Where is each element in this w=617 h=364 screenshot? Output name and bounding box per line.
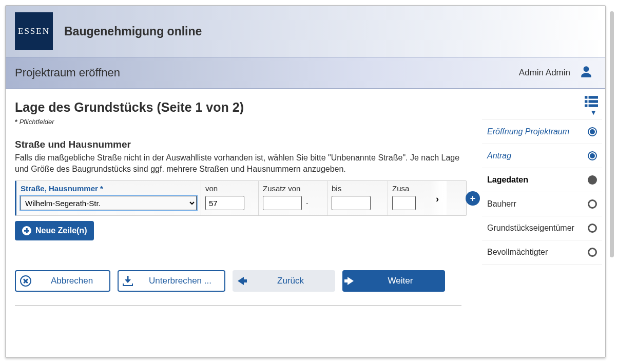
label-street: Straße, Hausnummer <box>21 184 197 193</box>
subheader-title: Projektraum eröffnen <box>15 66 120 79</box>
next-button[interactable]: Weiter <box>342 270 445 292</box>
pause-label: Unterbrechen ... <box>140 276 220 286</box>
bullseye-icon <box>588 151 597 160</box>
nav-item-eroeffnung[interactable]: Eröffnung Projektraum <box>482 120 602 144</box>
scroll-right-button[interactable]: › <box>432 193 442 204</box>
nav-label: Bauherr <box>487 199 516 209</box>
arrow-right-icon <box>348 277 354 285</box>
range-separator: - <box>305 199 310 210</box>
svg-rect-0 <box>585 96 587 98</box>
svg-rect-2 <box>585 100 587 103</box>
nav-label: Grundstückseigentümer <box>487 224 574 233</box>
chevron-right-icon: › <box>436 194 439 204</box>
main-content: Lage des Grundstücks (Seite 1 von 2) * P… <box>6 89 482 357</box>
dot-icon <box>588 175 597 185</box>
cancel-label: Abbrechen <box>38 276 105 286</box>
next-label: Weiter <box>361 276 440 286</box>
bullseye-icon <box>588 127 597 136</box>
label-zusatz-von: Zusatz von <box>263 184 323 193</box>
label-von: von <box>205 184 254 193</box>
street-select[interactable]: Wilhelm-Segerath-Str. <box>21 196 197 210</box>
input-zusatz-bis[interactable] <box>392 196 416 210</box>
nav-item-grundstueckseigentuemer[interactable]: Grundstückseigentümer <box>482 216 602 240</box>
nav-item-antrag[interactable]: Antrag <box>482 144 602 168</box>
divider <box>15 305 461 306</box>
arrow-left-icon <box>238 277 244 285</box>
add-row-icon-button[interactable]: + <box>466 191 480 206</box>
input-zusatz-von[interactable] <box>263 196 302 210</box>
input-von[interactable] <box>205 196 244 210</box>
caret-down-icon: ▼ <box>482 108 602 116</box>
section-title: Straße und Hausnummer <box>15 139 477 150</box>
user-name: Admin Admin <box>519 68 570 78</box>
nav-label: Lagedaten <box>487 175 528 185</box>
close-icon <box>20 275 31 287</box>
wizard-button-bar: Abbrechen Unterbrechen ... Zurück Weiter <box>15 270 477 292</box>
svg-rect-5 <box>589 104 598 107</box>
pause-button[interactable]: Unterbrechen ... <box>118 270 225 292</box>
circle-icon <box>588 224 597 233</box>
nav-item-bevollmaechtigter[interactable]: Bevollmächtigter <box>482 240 602 265</box>
label-bis: bis <box>332 184 383 193</box>
user-icon[interactable] <box>580 65 593 81</box>
app-title: Baugenehmigung online <box>64 25 202 38</box>
cancel-button[interactable]: Abbrechen <box>15 270 110 292</box>
svg-rect-3 <box>589 100 598 103</box>
vertical-scrollbar[interactable] <box>610 9 614 364</box>
nav-item-bauherr[interactable]: Bauherr <box>482 192 602 216</box>
app-frame: ESSEN Baugenehmigung online Projektraum … <box>5 5 606 358</box>
new-row-button[interactable]: Neue Zeile(n) <box>15 221 94 240</box>
svg-rect-1 <box>589 96 598 98</box>
nav-label: Bevollmächtigter <box>487 248 548 257</box>
scrollbar-thumb[interactable] <box>610 11 614 257</box>
back-label: Zurück <box>251 276 330 286</box>
back-button[interactable]: Zurück <box>233 270 335 292</box>
svg-rect-4 <box>585 104 587 107</box>
input-bis[interactable] <box>332 196 371 210</box>
address-row: Straße, Hausnummer Wilhelm-Segerath-Str.… <box>15 180 467 216</box>
circle-icon <box>588 248 597 257</box>
step-nav: Eröffnung Projektraum Antrag Lagedaten B… <box>482 119 602 265</box>
nav-label: Antrag <box>487 151 511 160</box>
label-zusatz-bis: Zusa <box>392 184 419 193</box>
sub-header: Projektraum eröffnen Admin Admin <box>6 57 605 89</box>
section-help: Falls die maßgebliche Straße nicht in de… <box>15 152 467 174</box>
plus-circle-icon <box>22 226 31 235</box>
required-fields-note: * Pflichtfelder <box>15 118 477 126</box>
nav-item-lagedaten[interactable]: Lagedaten <box>482 168 602 192</box>
download-icon <box>123 276 133 286</box>
step-sidebar: ▼ Eröffnung Projektraum Antrag Lagedaten <box>482 89 605 357</box>
circle-icon <box>588 199 597 209</box>
page-title: Lage des Grundstücks (Seite 1 von 2) <box>15 100 477 115</box>
app-header: ESSEN Baugenehmigung online <box>6 6 605 57</box>
new-row-label: Neue Zeile(n) <box>35 226 87 235</box>
brand-logo: ESSEN <box>15 12 53 50</box>
nav-label: Eröffnung Projektraum <box>487 127 569 136</box>
